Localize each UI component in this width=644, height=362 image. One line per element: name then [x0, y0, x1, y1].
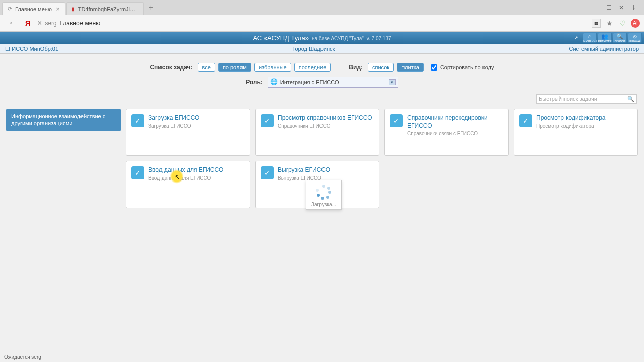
check-icon: ✓ [390, 114, 403, 127]
tile-view-codifier[interactable]: ✓ Просмотр кодификатора Просмотр кодифик… [514, 109, 638, 156]
spinner-icon [316, 185, 331, 200]
nav-home[interactable]: ⌂ГЛАВНАЯ [583, 33, 597, 43]
tile-title: Загрузка ЕГИССО [148, 114, 245, 122]
filter-recent[interactable]: последние [294, 63, 331, 72]
role-value: Интеграция с ЕГИССО [280, 79, 339, 85]
sidebar-item-info-exchange[interactable]: Информационное взаимодействие с другими … [6, 109, 121, 131]
sort-checkbox[interactable] [431, 64, 437, 71]
tile-title: Просмотр справочников ЕГИССО [278, 114, 374, 122]
tile-input-data[interactable]: ✓ Ввод данных для ЕГИССО Ввод данных для… [126, 161, 250, 208]
view-tiles[interactable]: плитка [397, 63, 424, 72]
nav-exit[interactable]: ⎋ВЫХОД [628, 33, 642, 43]
app-title: АС «АСУПД Тула» [253, 34, 308, 42]
tile-grid: ✓ Загрузка ЕГИССО Загрузка ЕГИССО ✓ Прос… [126, 109, 638, 208]
filter-favorites[interactable]: избранные [254, 63, 291, 72]
check-icon: ✓ [131, 166, 144, 179]
tile-sub: Справочники ЕГИССО [278, 123, 374, 129]
search-placeholder: Быстрый поиск задачи [539, 96, 597, 102]
role-select[interactable]: 🌐 Интеграция с ЕГИССО ▾ [268, 77, 398, 88]
check-icon: ✓ [131, 114, 144, 127]
back-button[interactable]: ← [4, 18, 21, 28]
quick-search-input[interactable]: Быстрый поиск задачи 🔍 [536, 94, 637, 104]
check-icon: ✓ [261, 114, 274, 127]
loading-text: Загрузка... [311, 202, 336, 207]
stop-button[interactable]: × [34, 19, 45, 28]
pdf-icon: ▮ [72, 6, 75, 12]
check-icon: ✓ [519, 114, 532, 127]
tile-title: Ввод данных для ЕГИССО [148, 166, 245, 174]
tab-close-icon[interactable]: × [56, 5, 60, 13]
search-icon[interactable]: 🔍 [627, 96, 634, 102]
tab-label: Главное меню [15, 6, 52, 12]
user-role: Системный администратор [569, 46, 639, 52]
tile-title: Выгрузка ЕГИССО [278, 166, 374, 174]
view-label: Вид: [349, 64, 363, 71]
tile-title: Справочники перекодировки ЕГИССО [407, 114, 503, 130]
browser-tab-active[interactable]: ⟳ Главное меню × [2, 2, 65, 15]
filter-by-role[interactable]: по ролям [218, 63, 251, 72]
shield-icon[interactable]: ♡ [618, 19, 627, 28]
status-text: Ожидается serg [4, 354, 41, 360]
new-tab-button[interactable]: + [145, 3, 157, 12]
browser-chrome: ⟳ Главное меню × ▮ TD4fnmbqhFaZyrmJlS0gC… [0, 0, 644, 32]
yandex-icon[interactable]: Я [21, 19, 34, 27]
tile-sub: Загрузка ЕГИССО [148, 123, 245, 129]
task-list-label: Список задач: [150, 64, 192, 71]
ext-icon[interactable]: ▦ [592, 19, 601, 28]
tile-title: Просмотр кодификатора [536, 114, 632, 122]
browser-tabs: ⟳ Главное меню × ▮ TD4fnmbqhFaZyrmJlS0gC… [0, 0, 644, 15]
close-button[interactable]: ✕ [619, 4, 624, 11]
sidebar: Информационное взаимодействие с другими … [6, 109, 121, 208]
org-code: ЕГИССО МинОбр:01 [5, 46, 58, 52]
browser-tab-inactive[interactable]: ▮ TD4fnmbqhFaZyrmJlS0gCSj [66, 2, 144, 15]
tile-load-egisso[interactable]: ✓ Загрузка ЕГИССО Загрузка ЕГИССО [126, 109, 250, 156]
app-header: АС «АСУПД Тула» на базе АСУПД "Тула" v. … [0, 32, 644, 44]
city-name: Город Шадринск [58, 46, 569, 52]
window-controls: — ☐ ✕ ⭳ [593, 4, 642, 11]
filter-all[interactable]: все [198, 63, 215, 72]
minimize-button[interactable]: — [593, 4, 599, 11]
external-link-icon[interactable]: ↗ [571, 33, 582, 43]
header-nav: ↗ ⌂ГЛАВНАЯ 👥РЕГИСТР 🔍ПОИСК ⎋ВЫХОД [571, 33, 644, 43]
tile-sub: Просмотр кодификатора [536, 123, 632, 129]
loading-popup: Загрузка... [306, 180, 342, 210]
download-button[interactable]: ⭳ [631, 4, 637, 11]
tile-view-dictionaries[interactable]: ✓ Просмотр справочников ЕГИССО Справочни… [255, 109, 379, 156]
sort-label: Сортировать по коду [440, 64, 494, 70]
tab-spinner-icon: ⟳ [8, 6, 12, 12]
address-bar: ← Я × serg Главное меню ▦ ★ ♡ АI [0, 15, 644, 31]
dropdown-icon[interactable]: ▾ [389, 79, 396, 85]
app-subtitle: на базе АСУПД "Тула" [312, 36, 364, 41]
maximize-button[interactable]: ☐ [606, 4, 612, 11]
view-list[interactable]: список [368, 63, 394, 72]
tile-recode-dictionaries[interactable]: ✓ Справочники перекодировки ЕГИССО Справ… [384, 109, 509, 156]
app-version: v. 7.07.137 [367, 36, 391, 41]
globe-icon: 🌐 [270, 78, 278, 86]
tile-sub: Справочники связи с ЕГИССО [407, 131, 503, 136]
address-text[interactable]: serg Главное меню [45, 20, 100, 27]
app-subheader: ЕГИССО МинОбр:01 Город Шадринск Системны… [0, 44, 644, 54]
address-icons: ▦ ★ ♡ АI [592, 19, 640, 28]
tile-sub: Ввод данных для ЕГИССО [148, 175, 245, 181]
nav-register[interactable]: 👥РЕГИСТР [598, 33, 612, 43]
nav-search[interactable]: 🔍ПОИСК [613, 33, 627, 43]
check-icon: ✓ [261, 166, 274, 179]
role-label: Роль: [246, 79, 263, 86]
toolbar: Список задач: все по ролям избранные пос… [0, 54, 644, 92]
avatar-icon[interactable]: АI [631, 19, 640, 28]
status-bar: Ожидается serg [0, 353, 644, 362]
tab-label: TD4fnmbqhFaZyrmJlS0gCSj [78, 6, 138, 12]
bookmark-icon[interactable]: ★ [605, 19, 614, 28]
